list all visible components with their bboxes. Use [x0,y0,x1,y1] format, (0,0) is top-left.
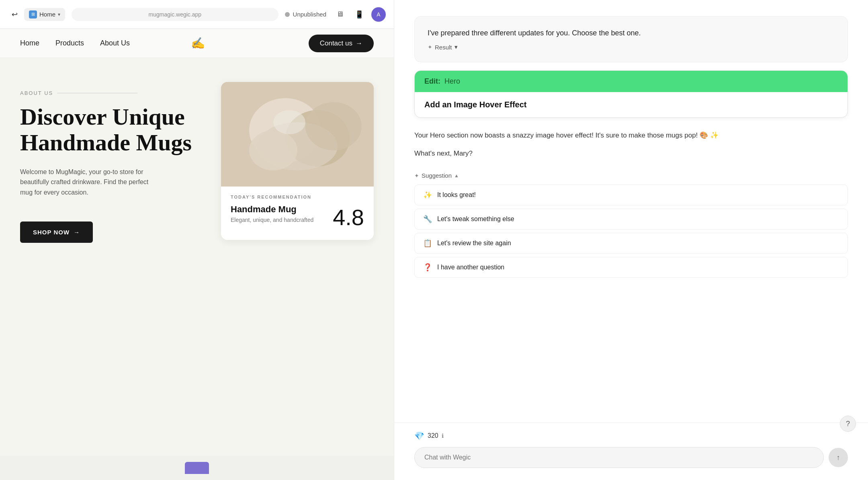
home-tab-label: Home [39,11,55,18]
help-button[interactable]: ? [840,416,856,432]
url-bar[interactable]: mugmagic.wegic.app [72,8,278,21]
result-label: Result [435,44,452,51]
back-icon[interactable]: ↩ [8,8,21,21]
mobile-view-button[interactable]: 📱 [352,7,366,22]
success-message-block: Your Hero section now boasts a snazzy im… [414,126,848,158]
suggestion-header[interactable]: ✦ Suggestion ▲ [414,172,848,179]
nav-logo: ✍️ [188,34,208,53]
about-us-label: ABOUT US [20,90,209,96]
suggestion-label: Suggestion [422,172,452,179]
edit-hero-header: Edit: Hero [415,71,848,92]
suggestion-section: ✦ Suggestion ▲ ✨ It looks great! 🔧 Let's… [414,172,848,278]
site-nav: Home Products About Us ✍️ Contact us → [0,29,394,58]
edit-hero-header-text: Edit: Hero [424,77,460,85]
product-rating: 4.8 [333,204,364,230]
bottom-icon [185,462,209,474]
shop-arrow-icon: → [74,229,80,236]
suggestion-label-1: Let's tweak something else [437,215,514,223]
about-us-divider [57,93,137,93]
svg-point-6 [273,110,305,134]
result-star-icon: ✦ [428,44,432,50]
logo-icon: ✍️ [188,34,208,53]
suggestion-item-3[interactable]: ❓ I have another question [414,257,848,278]
chat-footer: 💎 320 ℹ ↑ [394,423,868,480]
top-bar-left: ↩ ⊞ Home ▾ [8,8,65,21]
suggestion-star-icon: ✦ [414,172,419,179]
credits-info-icon[interactable]: ℹ [442,433,444,439]
credits-row: 💎 320 ℹ [414,431,848,441]
hero-left: ABOUT US Discover Unique Handmade Mugs W… [20,82,209,440]
contact-arrow-icon: → [356,39,362,47]
product-details: Handmade Mug Elegant, unique, and handcr… [231,204,313,224]
chat-input[interactable] [414,447,824,468]
send-icon: ↑ [837,453,840,462]
ai-intro-message: I've prepared three different updates fo… [414,16,848,62]
mug-image-svg [221,82,374,187]
product-name: Handmade Mug [231,204,313,215]
svg-point-5 [305,102,362,150]
credits-amount: 320 [428,432,438,439]
suggestion-icon-0: ✨ [423,191,432,199]
bottom-bar [0,456,394,480]
home-tab-chevron-icon: ▾ [58,12,60,17]
desktop-view-button[interactable]: 🖥 [333,7,347,22]
profile-icon[interactable]: A [371,7,386,22]
about-us-text: ABOUT US [20,90,53,96]
suggestion-label-3: I have another question [437,264,504,271]
suggestion-items: ✨ It looks great! 🔧 Let's tweak somethin… [414,185,848,278]
unpublished-dot-icon [285,12,290,17]
home-tab-icon: ⊞ [29,10,37,18]
edit-hero-action: Add an Image Hover Effect [415,92,848,117]
chat-send-button[interactable]: ↑ [829,448,848,467]
todays-rec-label: TODAY'S RECOMMENDATION [231,195,364,199]
chat-panel: I've prepared three different updates fo… [394,0,868,480]
nav-item-about[interactable]: About Us [100,39,130,47]
hero-title: Discover Unique Handmade Mugs [20,104,209,156]
product-card: TODAY'S RECOMMENDATION Handmade Mug Eleg… [221,82,374,240]
product-bottom: Handmade Mug Elegant, unique, and handcr… [231,204,364,230]
success-text: Your Hero section now boasts a snazzy im… [414,126,848,145]
contact-label: Contact us [320,39,352,47]
hero-right: TODAY'S RECOMMENDATION Handmade Mug Eleg… [221,82,374,440]
unpublished-badge: Unpublished [285,11,326,18]
nav-item-products[interactable]: Products [55,39,84,47]
shop-now-button[interactable]: SHOP NOW → [20,222,93,243]
svg-point-4 [249,130,297,170]
whats-next-text: What's next, Mary? [414,150,848,158]
hero-section: ABOUT US Discover Unique Handmade Mugs W… [0,58,394,456]
website-preview: ↩ ⊞ Home ▾ mugmagic.wegic.app Unpublishe… [0,0,394,480]
shop-label: SHOP NOW [33,229,70,236]
hero-description: Welcome to MugMagic, your go-to store fo… [20,167,157,198]
product-subtitle: Elegant, unique, and handcrafted [231,216,313,224]
credits-gem-icon: 💎 [414,431,424,441]
nav-item-home[interactable]: Home [20,39,39,47]
chat-messages: I've prepared three different updates fo… [394,0,868,423]
url-text: mugmagic.wegic.app [149,11,202,18]
suggestion-item-0[interactable]: ✨ It looks great! [414,185,848,205]
home-tab[interactable]: ⊞ Home ▾ [24,8,65,21]
product-info: TODAY'S RECOMMENDATION Handmade Mug Eleg… [221,187,374,240]
top-bar-right: 🖥 📱 A [333,7,386,22]
suggestion-label-2: Let's review the site again [437,240,511,247]
suggestion-label-0: It looks great! [437,191,476,199]
product-image [221,82,374,187]
edit-hero-card: Edit: Hero Add an Image Hover Effect [414,70,848,118]
result-dropdown[interactable]: ✦ Result ▾ [428,43,835,51]
contact-us-button[interactable]: Contact us → [309,35,374,52]
suggestion-icon-2: 📋 [423,239,432,248]
suggestion-chevron-icon: ▲ [454,173,459,178]
result-chevron-icon: ▾ [454,43,458,51]
chat-input-row: ↑ [414,447,848,468]
unpublished-label: Unpublished [293,11,326,18]
ai-intro-text: I've prepared three different updates fo… [428,28,835,39]
suggestion-icon-3: ❓ [423,263,432,272]
top-bar: ↩ ⊞ Home ▾ mugmagic.wegic.app Unpublishe… [0,0,394,29]
suggestion-icon-1: 🔧 [423,215,432,224]
suggestion-item-2[interactable]: 📋 Let's review the site again [414,233,848,254]
suggestion-item-1[interactable]: 🔧 Let's tweak something else [414,209,848,230]
